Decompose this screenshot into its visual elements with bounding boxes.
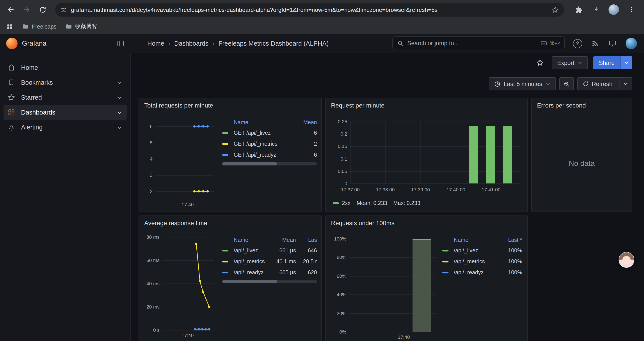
legend-row[interactable]: GET /api/_metrics2 (222, 138, 317, 149)
browser-menu-button[interactable] (624, 2, 639, 17)
legend-header[interactable]: Last * (499, 237, 522, 243)
chevron-down-icon[interactable] (116, 94, 123, 101)
sidebar-item-home[interactable]: Home (4, 60, 127, 75)
bell-icon (8, 123, 15, 131)
series-swatch (222, 143, 228, 145)
chevron-down-icon[interactable] (116, 109, 123, 116)
legend-row[interactable]: /api/_metrics40.1 ms20.5 r (222, 256, 317, 267)
sidebar-item-starred[interactable]: Starred (4, 90, 127, 105)
help-button[interactable]: ? (573, 39, 582, 48)
home-icon (8, 64, 15, 72)
bookmark-item[interactable]: Freeleaps (22, 23, 56, 30)
y-axis-label: 0.25 (330, 119, 347, 124)
legend-row[interactable]: /api/_readyz605 µs620 (222, 267, 317, 278)
breadcrumb-dashboards[interactable]: Dashboards (164, 40, 208, 47)
monitor-button[interactable] (608, 40, 616, 47)
legend-header[interactable]: Las (298, 237, 317, 243)
bookmark-star-icon[interactable] (552, 6, 559, 14)
legend-row[interactable]: /api/_livez661 µs646 (222, 245, 317, 256)
breadcrumb-home[interactable]: Home (147, 40, 164, 47)
star-outline-icon (536, 59, 544, 67)
y-axis-label: 0.1 (330, 156, 347, 161)
news-rss-button[interactable] (592, 40, 599, 47)
panel-title[interactable]: Total requests per minute (139, 98, 321, 109)
bar[interactable] (503, 126, 512, 183)
browser-chrome: grafana.mathmast.com/d/deytv4rwavabkb/fr… (0, 0, 644, 34)
legend-row[interactable]: /api/_livez100% (442, 245, 522, 256)
legend-header[interactable]: Name (454, 237, 498, 243)
grafana-header: Grafana Home Dashboards Freeleaps Metric… (0, 34, 644, 54)
chevron-down-icon[interactable] (116, 124, 123, 131)
apps-grid-icon[interactable] (6, 23, 13, 30)
zoom-out-button[interactable] (559, 77, 574, 90)
chart-plot[interactable]: 0.250.20.150.10.05017:37:0017:38:0017:39… (330, 117, 524, 200)
sidebar-toggle-button[interactable] (116, 40, 124, 47)
sidebar-item-bookmarks[interactable]: Bookmarks (4, 75, 127, 90)
time-range-picker[interactable]: Last 5 minutes (489, 77, 556, 90)
sidebar-item-label: Dashboards (21, 109, 55, 116)
legend-header[interactable]: Name (234, 119, 294, 126)
legend-row[interactable]: /api/_metrics100% (442, 256, 522, 267)
back-button[interactable] (4, 2, 18, 17)
chevron-down-icon (623, 81, 628, 87)
legend-header[interactable]: Name (234, 237, 268, 243)
bookmark-label: Freeleaps (32, 24, 56, 30)
search-input[interactable]: Search or jump to... ⌘+k (392, 37, 565, 50)
no-data-message: No data (532, 116, 632, 212)
share-menu-button[interactable] (620, 56, 632, 69)
panel-title[interactable]: Average response time (139, 216, 321, 226)
bookmark-item[interactable]: 收藏博客 (65, 23, 97, 30)
time-controls: Last 5 minutes Refresh (489, 76, 644, 92)
profile-avatar (608, 4, 620, 15)
url-bar[interactable]: grafana.mathmast.com/d/deytv4rwavabkb/fr… (55, 3, 564, 17)
y-axis-label: 0% (330, 329, 346, 334)
downloads-button[interactable] (589, 2, 604, 17)
chart-plot[interactable]: 100%80%60%40%20%0%17:40 (330, 232, 440, 341)
grafana-logo[interactable] (6, 38, 18, 49)
reload-button[interactable] (35, 2, 50, 17)
dashboard-actions: Export Share (131, 53, 644, 72)
legend-scrollbar[interactable] (222, 280, 317, 283)
user-avatar[interactable] (626, 38, 637, 49)
export-button[interactable]: Export (552, 56, 588, 69)
chart-legend-inline[interactable]: 2xx Mean: 0.233 Max: 0.233 (333, 200, 420, 206)
bar[interactable] (486, 126, 495, 183)
legend-scrollbar[interactable] (222, 162, 317, 165)
bar[interactable] (412, 239, 431, 332)
legend-header[interactable]: Mean (270, 237, 296, 243)
refresh-icon[interactable] (582, 81, 588, 87)
refresh-interval-button[interactable] (619, 78, 632, 90)
legend-header[interactable]: Mean (296, 119, 317, 126)
y-axis-label: 0.05 (330, 169, 347, 174)
panel-title[interactable]: Errors per second (532, 98, 632, 109)
profile-button[interactable] (606, 2, 621, 17)
scrollbar-thumb[interactable] (222, 280, 277, 283)
legend-row[interactable]: GET /api/_livez6 (222, 127, 317, 138)
chevron-down-icon[interactable] (116, 79, 123, 86)
series-swatch (222, 260, 228, 262)
extensions-puzzle-icon (575, 6, 582, 14)
share-button[interactable]: Share (593, 56, 620, 69)
legend-row[interactable]: GET /api/_readyz6 (222, 149, 317, 160)
y-axis-label: 0.2 (330, 131, 347, 137)
scrollbar-thumb[interactable] (222, 162, 277, 165)
sidebar-item-dashboards[interactable]: Dashboards (4, 105, 127, 120)
forward-button[interactable] (19, 2, 34, 17)
chart-plot[interactable]: 6543217:40 (143, 117, 219, 208)
refresh-button-group: Refresh (577, 77, 632, 90)
panel-title[interactable]: Request per minute (326, 98, 528, 109)
sidebar-item-alerting[interactable]: Alerting (4, 120, 127, 135)
favorite-dashboard-button[interactable] (534, 56, 547, 69)
panel-title[interactable]: Requests under 100ms (326, 216, 528, 226)
bar[interactable] (469, 126, 478, 183)
back-icon (7, 6, 15, 14)
extensions-button[interactable] (571, 2, 586, 17)
chart-plot[interactable]: 80 ms60 ms40 ms20 ms0 s17:40 (143, 232, 219, 341)
legend-row[interactable]: /api/_readyz100% (442, 267, 522, 278)
legend-table: NameMeanLas/api/_livez661 µs646/api/_met… (222, 235, 317, 278)
toolbar-right-icons (570, 2, 640, 17)
chevron-down-icon (545, 81, 550, 87)
gridline (350, 183, 520, 184)
refresh-label[interactable]: Refresh (592, 81, 612, 87)
assistant-avatar[interactable] (618, 252, 634, 268)
